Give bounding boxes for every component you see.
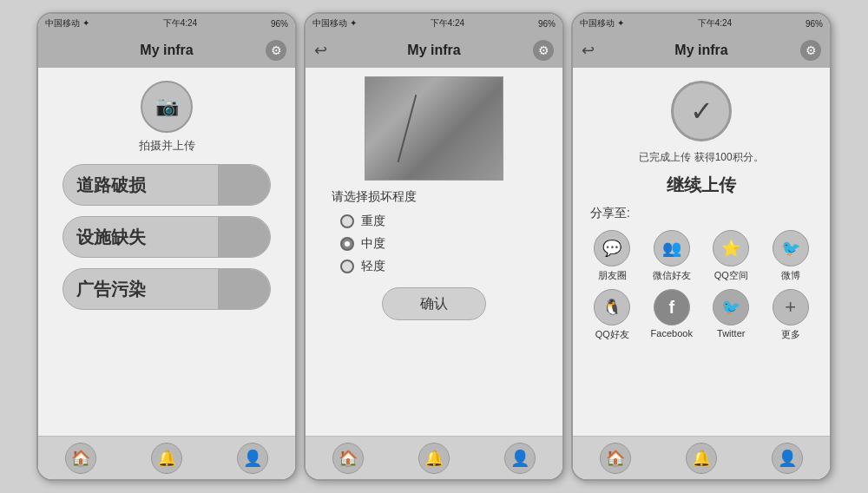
- category-road[interactable]: 道路破损: [62, 164, 271, 206]
- screen1-body: 📷 拍摄并上传 道路破损 设施缺失 广告污染: [38, 68, 295, 436]
- share-twitter[interactable]: 🐦 Twitter: [705, 289, 758, 341]
- damage-question: 请选择损坏程度: [332, 189, 417, 205]
- phone-screen-1: 中国移动 ✦ 下午4:24 96% My infra ⚙ 📷 拍摄并上传 道路破…: [36, 12, 297, 481]
- battery-3: 96%: [806, 19, 823, 29]
- radio-medium: [340, 237, 354, 251]
- qqzone-icon: ⭐: [713, 230, 749, 266]
- share-qqzone[interactable]: ⭐ QQ空间: [705, 230, 758, 282]
- facebook-icon: f: [654, 289, 690, 325]
- category-ad[interactable]: 广告污染: [62, 268, 271, 310]
- moments-label: 朋友圈: [598, 269, 627, 282]
- option-severe-label: 重度: [361, 214, 385, 229]
- time-1: 下午4:24: [163, 17, 197, 30]
- nav-bell-2[interactable]: 🔔: [418, 443, 450, 474]
- category-road-label: 道路破损: [76, 174, 146, 197]
- nav-user-2[interactable]: 👤: [504, 443, 536, 474]
- twitter-icon: 🐦: [713, 289, 749, 325]
- wechat-icon: 👥: [654, 230, 690, 266]
- continue-upload-label[interactable]: 继续上传: [667, 174, 736, 197]
- qqfriend-icon: 🐧: [594, 289, 630, 325]
- share-more[interactable]: + 更多: [765, 289, 818, 341]
- header-1: My infra ⚙: [38, 33, 295, 68]
- screen3-content: ✓ 已完成上传 获得100积分。 继续上传 分享至: 💬 朋友圈 👥 微信好友 …: [573, 68, 830, 479]
- confirm-button[interactable]: 确认: [382, 287, 486, 320]
- time-3: 下午4:24: [698, 17, 732, 30]
- wechat-label: 微信好友: [653, 269, 691, 282]
- twitter-label: Twitter: [717, 328, 745, 339]
- gear-button-3[interactable]: ⚙: [800, 40, 821, 61]
- nav-user-3[interactable]: 👤: [772, 443, 803, 474]
- phone-screen-3: 中国移动 ✦ 下午4:24 96% ↩ My infra ⚙ ✓ 已完成上传 获…: [571, 12, 832, 481]
- carrier-2: 中国移动 ✦: [312, 17, 357, 30]
- moments-icon: 💬: [594, 230, 630, 266]
- option-light-label: 轻度: [361, 259, 385, 274]
- category-road-thumb: [218, 165, 270, 206]
- option-severe[interactable]: 重度: [340, 214, 385, 229]
- status-bar-2: 中国移动 ✦ 下午4:24 96%: [306, 14, 562, 33]
- app-title-2: My infra: [407, 43, 460, 58]
- share-facebook[interactable]: f Facebook: [646, 289, 699, 341]
- camera-label: 拍摄并上传: [139, 138, 195, 154]
- screen2-body: 请选择损坏程度 重度 中度 轻度 确认: [306, 68, 562, 436]
- header-3: ↩ My infra ⚙: [573, 33, 830, 68]
- option-medium[interactable]: 中度: [340, 236, 385, 252]
- screen2-content: 请选择损坏程度 重度 中度 轻度 确认: [306, 68, 562, 479]
- gear-button-1[interactable]: ⚙: [266, 40, 286, 61]
- category-facility-thumb: [218, 217, 270, 258]
- category-ad-label: 广告污染: [76, 278, 146, 301]
- nav-home-2[interactable]: 🏠: [332, 443, 364, 474]
- success-message: 已完成上传 获得100积分。: [639, 150, 763, 165]
- gear-button-2[interactable]: ⚙: [533, 40, 554, 61]
- weibo-label: 微博: [781, 269, 800, 282]
- header-2: ↩ My infra ⚙: [306, 33, 562, 68]
- camera-icon[interactable]: 📷: [141, 81, 193, 133]
- nav-bell-1[interactable]: 🔔: [151, 443, 182, 474]
- screen3-body: ✓ 已完成上传 获得100积分。 继续上传 分享至: 💬 朋友圈 👥 微信好友 …: [573, 68, 830, 436]
- category-ad-thumb: [218, 269, 270, 310]
- carrier-1: 中国移动 ✦: [45, 17, 89, 30]
- facebook-label: Facebook: [651, 328, 693, 339]
- photo-preview: [365, 76, 503, 181]
- app-title-3: My infra: [674, 43, 727, 58]
- phone-screen-2: 中国移动 ✦ 下午4:24 96% ↩ My infra ⚙ 请选择损坏程度 重…: [304, 12, 564, 481]
- share-wechat[interactable]: 👥 微信好友: [646, 230, 699, 282]
- checkmark-icon: ✓: [671, 81, 732, 141]
- nav-user-1[interactable]: 👤: [237, 443, 268, 474]
- more-label: 更多: [781, 328, 800, 341]
- radio-light: [340, 260, 354, 273]
- nav-home-1[interactable]: 🏠: [65, 443, 96, 474]
- more-icon: +: [773, 289, 809, 325]
- share-qqfriend[interactable]: 🐧 QQ好友: [586, 289, 639, 341]
- nav-home-3[interactable]: 🏠: [600, 443, 631, 474]
- time-2: 下午4:24: [431, 17, 464, 30]
- option-medium-label: 中度: [361, 236, 385, 252]
- app-title-1: My infra: [140, 43, 193, 58]
- category-facility-label: 设施缺失: [76, 226, 146, 249]
- share-grid: 💬 朋友圈 👥 微信好友 ⭐ QQ空间 🐦 微博: [582, 230, 821, 341]
- status-bar-1: 中国移动 ✦ 下午4:24 96%: [38, 14, 295, 33]
- damage-options: 重度 中度 轻度: [340, 214, 385, 274]
- share-weibo[interactable]: 🐦 微博: [765, 230, 818, 282]
- battery-1: 96%: [271, 19, 288, 29]
- option-light[interactable]: 轻度: [340, 259, 385, 274]
- nav-bell-3[interactable]: 🔔: [686, 443, 717, 474]
- screens-container: 中国移动 ✦ 下午4:24 96% My infra ⚙ 📷 拍摄并上传 道路破…: [0, 0, 868, 493]
- battery-2: 96%: [538, 19, 556, 29]
- bottom-nav-2: 🏠 🔔 👤: [306, 436, 562, 479]
- back-button-3[interactable]: ↩: [582, 41, 595, 60]
- radio-severe: [340, 214, 354, 228]
- back-button-2[interactable]: ↩: [314, 41, 327, 60]
- bottom-nav-1: 🏠 🔔 👤: [38, 436, 295, 479]
- screen1-content: 📷 拍摄并上传 道路破损 设施缺失 广告污染 🏠 🔔 👤: [38, 68, 295, 479]
- qqfriend-label: QQ好友: [595, 328, 629, 341]
- bottom-nav-3: 🏠 🔔 👤: [573, 436, 830, 479]
- weibo-icon: 🐦: [773, 230, 809, 266]
- category-facility[interactable]: 设施缺失: [62, 216, 271, 258]
- qqzone-label: QQ空间: [714, 269, 748, 282]
- share-moments[interactable]: 💬 朋友圈: [586, 230, 639, 282]
- share-label: 分享至:: [590, 206, 630, 221]
- status-bar-3: 中国移动 ✦ 下午4:24 96%: [573, 14, 830, 33]
- carrier-3: 中国移动 ✦: [580, 17, 624, 30]
